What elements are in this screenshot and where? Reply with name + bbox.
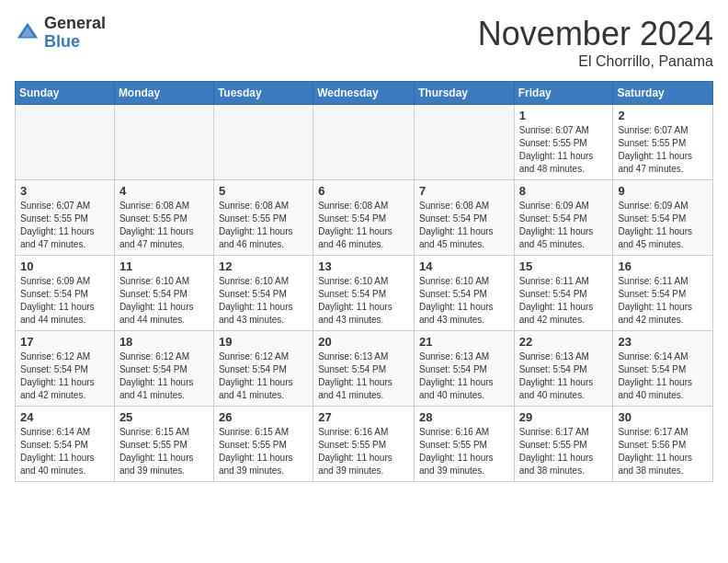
day-info: Sunrise: 6:11 AM Sunset: 5:54 PM Dayligh… bbox=[519, 275, 609, 327]
day-number: 4 bbox=[119, 184, 209, 198]
day-info: Sunrise: 6:15 AM Sunset: 5:55 PM Dayligh… bbox=[119, 426, 209, 477]
day-info: Sunrise: 6:10 AM Sunset: 5:54 PM Dayligh… bbox=[119, 275, 209, 327]
day-info: Sunrise: 6:08 AM Sunset: 5:54 PM Dayligh… bbox=[419, 200, 509, 251]
day-info: Sunrise: 6:13 AM Sunset: 5:54 PM Dayligh… bbox=[419, 350, 509, 402]
calendar-cell: 15Sunrise: 6:11 AM Sunset: 5:54 PM Dayli… bbox=[514, 256, 613, 331]
calendar-cell: 18Sunrise: 6:12 AM Sunset: 5:54 PM Dayli… bbox=[114, 331, 213, 407]
calendar-cell: 30Sunrise: 6:17 AM Sunset: 5:56 PM Dayli… bbox=[613, 407, 713, 482]
day-number: 1 bbox=[519, 109, 609, 122]
calendar-cell: 1Sunrise: 6:07 AM Sunset: 5:55 PM Daylig… bbox=[514, 105, 613, 180]
calendar-week-row: 10Sunrise: 6:09 AM Sunset: 5:54 PM Dayli… bbox=[16, 256, 713, 331]
day-number: 6 bbox=[318, 184, 409, 198]
day-info: Sunrise: 6:13 AM Sunset: 5:54 PM Dayligh… bbox=[519, 350, 609, 402]
day-info: Sunrise: 6:16 AM Sunset: 5:55 PM Dayligh… bbox=[419, 426, 509, 477]
calendar-cell: 20Sunrise: 6:13 AM Sunset: 5:54 PM Dayli… bbox=[313, 331, 415, 407]
weekday-header-sunday: Sunday bbox=[16, 82, 115, 105]
day-number: 23 bbox=[618, 335, 708, 349]
calendar-cell: 12Sunrise: 6:10 AM Sunset: 5:54 PM Dayli… bbox=[213, 256, 313, 331]
day-info: Sunrise: 6:15 AM Sunset: 5:55 PM Dayligh… bbox=[219, 426, 308, 477]
logo: General Blue bbox=[15, 15, 106, 52]
day-number: 17 bbox=[20, 335, 109, 349]
day-number: 19 bbox=[219, 335, 308, 349]
day-info: Sunrise: 6:12 AM Sunset: 5:54 PM Dayligh… bbox=[219, 350, 308, 402]
calendar-cell: 25Sunrise: 6:15 AM Sunset: 5:55 PM Dayli… bbox=[114, 407, 213, 482]
logo-blue: Blue bbox=[44, 33, 106, 52]
calendar-body: 1Sunrise: 6:07 AM Sunset: 5:55 PM Daylig… bbox=[16, 105, 713, 482]
calendar-cell: 26Sunrise: 6:15 AM Sunset: 5:55 PM Dayli… bbox=[213, 407, 313, 482]
day-number: 12 bbox=[219, 259, 308, 273]
day-number: 24 bbox=[20, 410, 109, 424]
day-number: 18 bbox=[119, 335, 209, 349]
page-header: General Blue November 2024 El Chorrillo,… bbox=[15, 15, 713, 70]
day-info: Sunrise: 6:07 AM Sunset: 5:55 PM Dayligh… bbox=[618, 124, 708, 176]
calendar-cell: 8Sunrise: 6:09 AM Sunset: 5:54 PM Daylig… bbox=[514, 180, 613, 256]
calendar-cell: 5Sunrise: 6:08 AM Sunset: 5:55 PM Daylig… bbox=[213, 180, 313, 256]
day-number: 22 bbox=[519, 335, 609, 349]
title-area: November 2024 El Chorrillo, Panama bbox=[478, 15, 713, 70]
day-info: Sunrise: 6:08 AM Sunset: 5:54 PM Dayligh… bbox=[318, 200, 409, 251]
weekday-header-saturday: Saturday bbox=[613, 82, 713, 105]
day-number: 30 bbox=[618, 410, 708, 424]
calendar-cell: 10Sunrise: 6:09 AM Sunset: 5:54 PM Dayli… bbox=[16, 256, 115, 331]
day-number: 20 bbox=[318, 335, 409, 349]
calendar-week-row: 17Sunrise: 6:12 AM Sunset: 5:54 PM Dayli… bbox=[16, 331, 713, 407]
calendar-cell: 16Sunrise: 6:11 AM Sunset: 5:54 PM Dayli… bbox=[613, 256, 713, 331]
calendar-cell: 21Sunrise: 6:13 AM Sunset: 5:54 PM Dayli… bbox=[414, 331, 514, 407]
day-number: 16 bbox=[618, 259, 708, 273]
day-info: Sunrise: 6:08 AM Sunset: 5:55 PM Dayligh… bbox=[219, 200, 308, 251]
weekday-header-row: SundayMondayTuesdayWednesdayThursdayFrid… bbox=[16, 82, 713, 105]
day-number: 29 bbox=[519, 410, 609, 424]
day-number: 26 bbox=[219, 410, 308, 424]
calendar-cell: 27Sunrise: 6:16 AM Sunset: 5:55 PM Dayli… bbox=[313, 407, 415, 482]
day-info: Sunrise: 6:10 AM Sunset: 5:54 PM Dayligh… bbox=[318, 275, 409, 327]
weekday-header-monday: Monday bbox=[114, 82, 213, 105]
day-info: Sunrise: 6:09 AM Sunset: 5:54 PM Dayligh… bbox=[20, 275, 109, 327]
calendar: SundayMondayTuesdayWednesdayThursdayFrid… bbox=[15, 81, 713, 482]
day-info: Sunrise: 6:07 AM Sunset: 5:55 PM Dayligh… bbox=[20, 200, 109, 251]
calendar-cell bbox=[313, 105, 415, 180]
day-number: 5 bbox=[219, 184, 308, 198]
calendar-cell bbox=[414, 105, 514, 180]
calendar-week-row: 24Sunrise: 6:14 AM Sunset: 5:54 PM Dayli… bbox=[16, 407, 713, 482]
calendar-cell: 13Sunrise: 6:10 AM Sunset: 5:54 PM Dayli… bbox=[313, 256, 415, 331]
calendar-cell: 6Sunrise: 6:08 AM Sunset: 5:54 PM Daylig… bbox=[313, 180, 415, 256]
calendar-cell: 2Sunrise: 6:07 AM Sunset: 5:55 PM Daylig… bbox=[613, 105, 713, 180]
day-number: 11 bbox=[119, 259, 209, 273]
logo-icon bbox=[15, 20, 40, 46]
weekday-header-tuesday: Tuesday bbox=[213, 82, 313, 105]
calendar-header: SundayMondayTuesdayWednesdayThursdayFrid… bbox=[16, 82, 713, 105]
weekday-header-thursday: Thursday bbox=[414, 82, 514, 105]
weekday-header-wednesday: Wednesday bbox=[313, 82, 415, 105]
day-number: 9 bbox=[618, 184, 708, 198]
calendar-cell: 28Sunrise: 6:16 AM Sunset: 5:55 PM Dayli… bbox=[414, 407, 514, 482]
day-number: 13 bbox=[318, 259, 409, 273]
day-number: 7 bbox=[419, 184, 509, 198]
day-info: Sunrise: 6:12 AM Sunset: 5:54 PM Dayligh… bbox=[20, 350, 109, 402]
calendar-cell bbox=[16, 105, 115, 180]
day-info: Sunrise: 6:16 AM Sunset: 5:55 PM Dayligh… bbox=[318, 426, 409, 477]
day-number: 28 bbox=[419, 410, 509, 424]
calendar-cell: 4Sunrise: 6:08 AM Sunset: 5:55 PM Daylig… bbox=[114, 180, 213, 256]
calendar-cell: 24Sunrise: 6:14 AM Sunset: 5:54 PM Dayli… bbox=[16, 407, 115, 482]
day-info: Sunrise: 6:09 AM Sunset: 5:54 PM Dayligh… bbox=[618, 200, 708, 251]
calendar-cell: 29Sunrise: 6:17 AM Sunset: 5:55 PM Dayli… bbox=[514, 407, 613, 482]
calendar-cell: 3Sunrise: 6:07 AM Sunset: 5:55 PM Daylig… bbox=[16, 180, 115, 256]
day-number: 8 bbox=[519, 184, 609, 198]
calendar-week-row: 3Sunrise: 6:07 AM Sunset: 5:55 PM Daylig… bbox=[16, 180, 713, 256]
day-number: 14 bbox=[419, 259, 509, 273]
day-info: Sunrise: 6:14 AM Sunset: 5:54 PM Dayligh… bbox=[618, 350, 708, 402]
calendar-cell bbox=[114, 105, 213, 180]
day-number: 10 bbox=[20, 259, 109, 273]
calendar-cell: 23Sunrise: 6:14 AM Sunset: 5:54 PM Dayli… bbox=[613, 331, 713, 407]
calendar-cell: 11Sunrise: 6:10 AM Sunset: 5:54 PM Dayli… bbox=[114, 256, 213, 331]
weekday-header-friday: Friday bbox=[514, 82, 613, 105]
calendar-cell: 7Sunrise: 6:08 AM Sunset: 5:54 PM Daylig… bbox=[414, 180, 514, 256]
month-title: November 2024 bbox=[478, 15, 713, 53]
day-info: Sunrise: 6:14 AM Sunset: 5:54 PM Dayligh… bbox=[20, 426, 109, 477]
calendar-cell: 17Sunrise: 6:12 AM Sunset: 5:54 PM Dayli… bbox=[16, 331, 115, 407]
location: El Chorrillo, Panama bbox=[478, 53, 713, 70]
day-number: 15 bbox=[519, 259, 609, 273]
day-number: 3 bbox=[20, 184, 109, 198]
day-number: 25 bbox=[119, 410, 209, 424]
day-info: Sunrise: 6:17 AM Sunset: 5:55 PM Dayligh… bbox=[519, 426, 609, 477]
